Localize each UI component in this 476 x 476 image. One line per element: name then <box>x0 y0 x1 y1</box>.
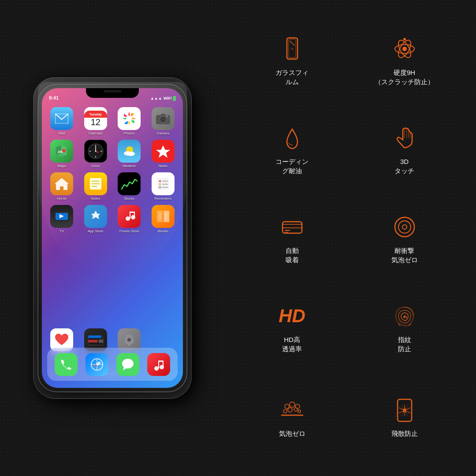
svg-point-91 <box>402 225 407 229</box>
svg-rect-85 <box>283 222 302 233</box>
svg-rect-48 <box>134 212 135 217</box>
feature-hd: HD HD高透過率 <box>238 285 346 369</box>
svg-point-99 <box>294 408 298 411</box>
app-calendar[interactable]: Tuesday 12 Calendar <box>81 107 111 135</box>
svg-point-26 <box>127 152 135 156</box>
phone-dock <box>47 348 178 381</box>
phone-section: 9:41 ▲▲▲ WiFi █ Mail <box>0 0 212 476</box>
photos-icon <box>118 107 141 130</box>
hardness-label: 硬度9H（スクラッチ防止） <box>375 68 434 86</box>
appstore-label: App Store <box>88 229 104 233</box>
dock-messages[interactable] <box>116 353 139 376</box>
app-grid: Mail Tuesday 12 Calendar <box>42 104 183 237</box>
shatter-icon <box>389 394 420 425</box>
stocks-label: Stocks <box>124 197 134 201</box>
svg-point-23 <box>95 151 96 152</box>
weather-icon <box>118 140 141 163</box>
svg-point-98 <box>288 408 292 412</box>
dock-safari-icon <box>86 353 108 376</box>
svg-point-65 <box>122 359 134 368</box>
svg-point-67 <box>154 366 159 371</box>
app-weather[interactable]: Weather <box>115 140 144 168</box>
svg-point-59 <box>128 338 130 341</box>
feature-coating: コーディング耐油 <box>238 107 346 191</box>
news-icon <box>152 140 175 163</box>
app-maps[interactable]: 280 Maps <box>47 140 77 168</box>
touch-label: 3Dタッチ <box>394 157 414 175</box>
itunes-icon <box>118 205 141 228</box>
feature-shatter-proof: 飛散防止 <box>350 374 458 458</box>
app-mail[interactable]: Mail <box>47 107 77 135</box>
hd-label: HD高透過率 <box>282 335 302 353</box>
app-itunes[interactable]: iTunes Store <box>115 205 144 233</box>
status-time: 9:41 <box>49 95 59 100</box>
app-appstore[interactable]: App Store <box>81 205 111 233</box>
home-icon <box>50 172 73 195</box>
app-photos[interactable]: Photos <box>115 107 144 135</box>
shatter-proof-label: 飛散防止 <box>391 429 418 438</box>
card-icon <box>277 212 308 242</box>
dock-phone[interactable] <box>55 353 78 376</box>
app-home[interactable]: Home <box>47 172 77 201</box>
clock-icon <box>84 140 107 163</box>
svg-point-80 <box>403 38 406 41</box>
app-stocks[interactable]: Stocks <box>115 172 144 201</box>
feature-hardness: 硬度9H（スクラッチ防止） <box>350 18 458 102</box>
news-label: News <box>159 164 167 168</box>
svg-point-95 <box>290 402 295 407</box>
dock-safari[interactable] <box>86 353 108 376</box>
dock-messages-icon <box>116 353 139 376</box>
svg-point-37 <box>159 183 161 185</box>
svg-rect-55 <box>88 340 98 342</box>
feature-antishock: 耐衝撃気泡ゼロ <box>350 196 458 280</box>
svg-line-75 <box>291 48 293 50</box>
camera-icon <box>152 107 175 130</box>
feature-auto-absorb: 自動吸着 <box>238 196 346 280</box>
feature-3dtouch: 3Dタッチ <box>350 107 458 191</box>
app-reminders[interactable]: Reminders <box>149 172 178 201</box>
app-news[interactable]: News <box>149 140 178 168</box>
app-tv[interactable]: TV <box>47 205 77 233</box>
svg-point-76 <box>402 47 407 51</box>
svg-point-89 <box>395 217 414 237</box>
battery-icon: █ <box>173 96 176 100</box>
maps-icon: 280 <box>50 140 73 163</box>
svg-point-5 <box>161 118 165 121</box>
dock-phone-icon <box>55 353 78 376</box>
reminders-icon <box>152 172 175 195</box>
svg-point-2 <box>126 116 132 121</box>
notes-label: Notes <box>91 197 100 201</box>
ibooks-icon <box>152 205 175 228</box>
phone-wrapper: 9:41 ▲▲▲ WiFi █ Mail <box>37 84 187 392</box>
svg-point-90 <box>398 221 411 233</box>
bubbles-icon <box>277 394 308 425</box>
app-clock[interactable]: Clock <box>81 140 111 168</box>
svg-point-14 <box>62 149 66 152</box>
svg-line-74 <box>290 41 294 45</box>
itunes-label: iTunes Store <box>119 229 139 233</box>
app-ibooks[interactable]: iBooks <box>149 205 178 233</box>
app-camera[interactable]: Camera <box>149 107 178 135</box>
tv-icon <box>50 205 73 228</box>
bubble-free-label: 気泡ゼロ <box>279 429 305 438</box>
dock-music[interactable] <box>147 353 170 376</box>
glass-film-icon <box>277 33 308 64</box>
svg-point-7 <box>166 115 168 117</box>
svg-rect-71 <box>163 361 164 367</box>
app-notes[interactable]: Notes <box>81 172 111 201</box>
wifi-icon: WiFi <box>164 96 172 100</box>
maps-label: Maps <box>57 164 66 168</box>
feature-fingerprint: 指紋防止 <box>350 285 458 369</box>
fingerprint-icon <box>389 301 420 331</box>
calendar-icon: Tuesday 12 <box>84 107 107 130</box>
weather-label: Weather <box>123 164 136 168</box>
fingerprint-label: 指紋防止 <box>398 335 411 353</box>
feature-bubble-free: 気泡ゼロ <box>238 374 346 458</box>
notes-icon <box>84 172 107 195</box>
signal-icon: ▲▲▲ <box>150 96 162 100</box>
camera-label: Camera <box>157 131 169 135</box>
glass-film-label: ガラスフィルム <box>275 68 309 86</box>
home-label: Home <box>57 197 67 201</box>
hd-text: HD <box>279 307 305 325</box>
status-icons: ▲▲▲ WiFi █ <box>150 96 176 100</box>
